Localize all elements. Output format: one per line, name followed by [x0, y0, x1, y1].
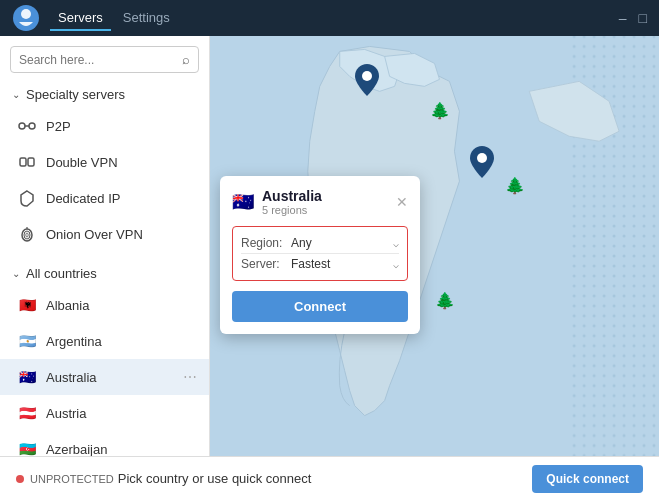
title-bar-controls: – □ [619, 10, 647, 26]
popup-country-name: Australia [262, 188, 322, 204]
title-bar-tabs: Servers Settings [50, 6, 178, 31]
dedicated-ip-label: Dedicated IP [46, 191, 197, 206]
tree-icon-3: 🌲 [435, 291, 455, 310]
dedicated-ip-icon [16, 187, 38, 209]
svg-point-9 [26, 233, 28, 237]
svg-point-3 [29, 123, 35, 129]
sidebar-item-p2p[interactable]: P2P [0, 108, 209, 144]
map-pin-east[interactable] [470, 146, 494, 182]
svg-rect-6 [28, 158, 34, 166]
argentina-label: Argentina [46, 334, 197, 349]
double-vpn-icon [16, 151, 38, 173]
australia-flag-icon: 🇦🇺 [16, 366, 38, 388]
sidebar-item-double-vpn[interactable]: Double VPN [0, 144, 209, 180]
quick-connect-button[interactable]: Quick connect [532, 465, 643, 493]
map-area: 🌲 🌲 🌲 🇦🇺 Australia 5 regions ✕ Region: [210, 36, 659, 456]
minimize-button[interactable]: – [619, 10, 627, 26]
svg-point-15 [477, 153, 487, 163]
server-value: Fastest [291, 257, 330, 271]
popup-close-button[interactable]: ✕ [396, 195, 408, 209]
region-select[interactable]: Any ⌵ [291, 236, 399, 250]
search-input[interactable] [19, 53, 182, 67]
more-options-icon[interactable]: ⋯ [183, 369, 197, 385]
austria-flag-icon: 🇦🇹 [16, 402, 38, 424]
server-select[interactable]: Fastest ⌵ [291, 257, 399, 271]
server-chevron-icon: ⌵ [393, 259, 399, 270]
region-chevron-icon: ⌵ [393, 238, 399, 249]
albania-flag-icon: 🇦🇱 [16, 294, 38, 316]
austria-label: Austria [46, 406, 197, 421]
albania-label: Albania [46, 298, 197, 313]
sidebar-item-albania[interactable]: 🇦🇱 Albania [0, 287, 209, 323]
azerbaijan-flag-icon: 🇦🇿 [16, 438, 38, 456]
double-vpn-label: Double VPN [46, 155, 197, 170]
sidebar-item-australia[interactable]: 🇦🇺 Australia ⋯ [0, 359, 209, 395]
region-label: Region: [241, 236, 291, 250]
sidebar-item-azerbaijan[interactable]: 🇦🇿 Azerbaijan [0, 431, 209, 456]
status-badge: UNPROTECTED [30, 473, 114, 485]
australia-label: Australia [46, 370, 183, 385]
title-bar: Servers Settings – □ [0, 0, 659, 36]
popup-flag-icon: 🇦🇺 [232, 191, 254, 213]
sidebar-item-argentina[interactable]: 🇦🇷 Argentina [0, 323, 209, 359]
tab-servers[interactable]: Servers [50, 6, 111, 31]
svg-point-8 [24, 231, 30, 239]
all-countries-label: All countries [26, 266, 97, 281]
app-logo [12, 4, 40, 32]
argentina-flag-icon: 🇦🇷 [16, 330, 38, 352]
tree-icon-1: 🌲 [430, 101, 450, 120]
sidebar-item-onion-vpn[interactable]: Onion Over VPN [0, 216, 209, 252]
p2p-label: P2P [46, 119, 197, 134]
tab-settings[interactable]: Settings [115, 6, 178, 31]
search-icon: ⌕ [182, 52, 190, 67]
region-value: Any [291, 236, 312, 250]
country-popup: 🇦🇺 Australia 5 regions ✕ Region: Any ⌵ [220, 176, 420, 334]
search-box[interactable]: ⌕ [10, 46, 199, 73]
sidebar-item-austria[interactable]: 🇦🇹 Austria [0, 395, 209, 431]
svg-point-14 [362, 71, 372, 81]
status-indicator [16, 475, 24, 483]
countries-chevron-icon: ⌄ [12, 268, 20, 279]
onion-vpn-icon [16, 223, 38, 245]
map-pin-north[interactable] [355, 64, 379, 100]
svg-point-1 [21, 9, 31, 19]
svg-rect-5 [20, 158, 26, 166]
sidebar: ⌕ ⌄ Specialty servers P2P [0, 36, 210, 456]
connect-button[interactable]: Connect [232, 291, 408, 322]
region-row: Region: Any ⌵ [241, 233, 399, 254]
server-row: Server: Fastest ⌵ [241, 254, 399, 274]
main-area: ⌕ ⌄ Specialty servers P2P [0, 36, 659, 456]
app-container: Servers Settings – □ ⌕ ⌄ Specialty serve… [0, 0, 659, 500]
popup-header: 🇦🇺 Australia 5 regions ✕ [232, 188, 408, 216]
bottom-bar: UNPROTECTED Pick country or use quick co… [0, 456, 659, 500]
server-label: Server: [241, 257, 291, 271]
popup-regions: 5 regions [262, 204, 322, 216]
popup-title-area: Australia 5 regions [262, 188, 322, 216]
chevron-icon: ⌄ [12, 89, 20, 100]
p2p-icon [16, 115, 38, 137]
status-area: UNPROTECTED [16, 473, 114, 485]
all-countries-header[interactable]: ⌄ All countries [0, 260, 209, 287]
svg-point-2 [19, 123, 25, 129]
popup-fields-box: Region: Any ⌵ Server: Fastest ⌵ [232, 226, 408, 281]
maximize-button[interactable]: □ [639, 10, 647, 26]
onion-vpn-label: Onion Over VPN [46, 227, 197, 242]
sidebar-item-dedicated-ip[interactable]: Dedicated IP [0, 180, 209, 216]
bottom-description: Pick country or use quick connect [118, 471, 312, 486]
tree-icon-2: 🌲 [505, 176, 525, 195]
azerbaijan-label: Azerbaijan [46, 442, 197, 457]
specialty-servers-header[interactable]: ⌄ Specialty servers [0, 81, 209, 108]
specialty-servers-label: Specialty servers [26, 87, 125, 102]
